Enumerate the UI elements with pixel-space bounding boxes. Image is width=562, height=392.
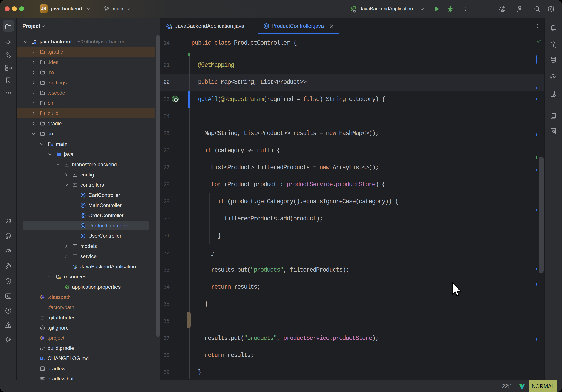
svg-text:C: C [82,234,84,238]
svg-text:M: M [40,357,43,360]
svg-text:C: C [82,193,84,197]
svg-text:C: C [82,214,84,217]
svg-text:C: C [82,224,84,227]
svg-text:C: C [82,204,84,207]
svg-text:C: C [265,24,268,28]
